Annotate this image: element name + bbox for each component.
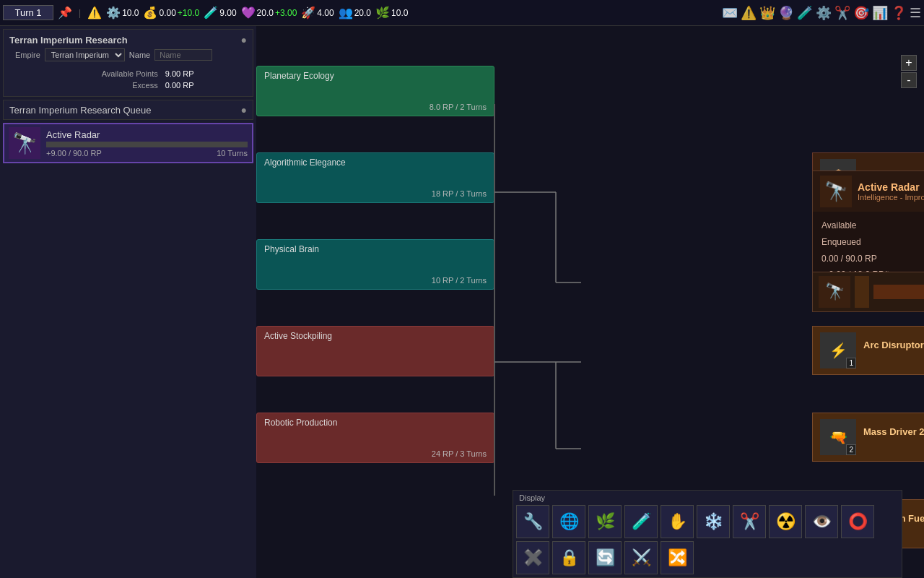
display-icon-lock[interactable]: 🔒 <box>552 541 585 574</box>
zoom-out-btn[interactable]: - <box>901 72 917 88</box>
display-icon-eye[interactable]: 👁️ <box>805 505 838 538</box>
display-icon-sword[interactable]: ⚔️ <box>624 541 658 574</box>
display-icon-refresh[interactable]: 🔄 <box>588 541 622 574</box>
food-icon: 🌿 <box>375 6 390 20</box>
card-name: Algorithmic Elegance <box>264 158 487 168</box>
tooltip-available: Available <box>821 217 924 234</box>
zoom-controls: + - <box>901 55 917 88</box>
display-icon-plant[interactable]: 🌿 <box>588 505 622 538</box>
card-rp: 8.0 RP / 2 Turns <box>430 103 487 111</box>
mass-driver-badge: 2 <box>846 444 856 455</box>
queue-item[interactable]: 🔭 Active Radar +9.00 / 90.0 RP 10 Turns <box>3 123 253 163</box>
tech-card-robotic-production[interactable]: Robotic Production 24 RP / 3 Turns <box>256 413 494 463</box>
queue-item-info: Active Radar +9.00 / 90.0 RP 10 Turns <box>46 129 248 158</box>
empire-row: Empire Terran Imperium Name <box>9 46 247 64</box>
tech-card-algorithmic-elegance[interactable]: Algorithmic Elegance 18 RP / 3 Turns <box>256 152 494 203</box>
arc-disruptors-badge: 1 <box>846 358 856 368</box>
active-radar-tooltip-icon: 🔭 <box>820 176 852 207</box>
arc-disruptors-icon: ⚡ 1 <box>820 332 856 368</box>
display-bar: Display 🔧 🌐 🌿 🧪 ✋ ❄️ ✂️ ☢️ 👁️ ⭕ ✖️ 🔒 🔄 ⚔… <box>513 490 902 578</box>
available-points-label: Available Points <box>11 69 161 79</box>
queue-close-btn[interactable]: ● <box>241 104 247 116</box>
empire-select[interactable]: Terran Imperium <box>45 48 125 61</box>
name-filter-input[interactable] <box>154 49 212 61</box>
influence-value: 20.0 <box>257 8 274 18</box>
research-title-text: Terran Imperium Research <box>9 35 128 46</box>
card-rp: 24 RP / 3 Turns <box>432 449 487 458</box>
help-icon[interactable]: ❓ <box>891 5 907 21</box>
active-radar-progress-bar: 90 RP / 5 Turns <box>873 285 924 299</box>
display-icon-scissors[interactable]: ✂️ <box>733 505 766 538</box>
tech-card-active-stockpiling[interactable]: Active Stockpiling <box>256 326 494 376</box>
mass-driver-name: Mass Driver 2 <box>863 426 924 437</box>
display-icon-flask[interactable]: 🧪 <box>624 505 658 538</box>
queue-title: Terran Imperium Research Queue <box>9 105 152 116</box>
display-icon-circle[interactable]: ⭕ <box>841 505 874 538</box>
influence-plus: +3.00 <box>275 8 297 18</box>
right-card-arc-disruptors[interactable]: ⚡ 1 Arc Disruptors 12 RP / 4 Turns <box>812 326 924 375</box>
excess-label: Excess <box>11 80 161 90</box>
card-rp: 10 RP / 2 Turns <box>432 276 487 285</box>
stat-population: 👥 20.0 <box>339 6 371 20</box>
display-icon-shuffle[interactable]: 🔀 <box>661 541 694 574</box>
research-close-btn[interactable]: ● <box>241 34 247 46</box>
right-card-mass-driver[interactable]: 🔫 2 Mass Driver 2 8.0 RP / 2 Turns <box>812 413 924 462</box>
research-info: Available Points 9.00 RP Excess 0.00 RP <box>9 67 247 92</box>
mass-driver-rp: 8.0 RP / 2 Turns <box>863 440 924 449</box>
card-name: Robotic Production <box>264 418 487 428</box>
display-icon-x[interactable]: ✖️ <box>516 541 549 574</box>
card-name: Physical Brain <box>264 244 487 254</box>
tech-card-planetary-ecology[interactable]: Planetary Ecology 8.0 RP / 2 Turns <box>256 66 494 116</box>
pin-icon[interactable]: 📌 <box>58 6 72 20</box>
mass-driver-icon: 🔫 2 <box>820 419 856 455</box>
tech-card-physical-brain[interactable]: Physical Brain 10 RP / 2 Turns <box>256 239 494 290</box>
display-icon-globe[interactable]: 🌐 <box>552 505 585 538</box>
queue-progress-text: +9.00 / 90.0 RP 10 Turns <box>46 149 248 158</box>
topbar: Turn 1 📌 | ⚠️ ⚙️ 10.0 💰 0.00 +10.0 🧪 9.0… <box>0 0 924 26</box>
display-icon-radiation[interactable]: ☢️ <box>769 505 802 538</box>
tree-area[interactable]: Planetary Ecology 8.0 RP / 2 Turns Algor… <box>256 26 924 578</box>
stat-food: 🌿 10.0 <box>375 6 408 20</box>
orb-icon[interactable]: 🔮 <box>778 5 794 21</box>
display-icons-row-2: ✖️ 🔒 🔄 ⚔️ 🔀 <box>516 541 899 574</box>
stat-alert: ⚠️ <box>87 6 102 20</box>
zoom-in-btn[interactable]: + <box>901 55 917 71</box>
display-icon-snowflake[interactable]: ❄️ <box>697 505 730 538</box>
display-icon-hand[interactable]: ✋ <box>661 505 694 538</box>
population-value: 20.0 <box>354 8 371 18</box>
queue-item-icon: 🔭 <box>9 127 40 159</box>
target-icon[interactable]: 🎯 <box>853 5 869 21</box>
crown-icon[interactable]: 👑 <box>759 5 775 21</box>
queue-turns: 10 Turns <box>217 149 248 158</box>
tooltip-enqueued: Enqueued <box>821 234 924 251</box>
excess-value: 0.00 RP <box>162 80 245 90</box>
display-icon-settings[interactable]: 🔧 <box>516 505 549 538</box>
menu-icon[interactable]: ☰ <box>910 5 921 21</box>
stat-science: 🧪 9.00 <box>204 6 236 20</box>
main-area: Terran Imperium Research ● Empire Terran… <box>0 26 924 578</box>
flask-icon[interactable]: 🧪 <box>797 5 813 21</box>
stat-influence: 💜 20.0 +3.00 <box>241 6 297 20</box>
chart-icon[interactable]: 📊 <box>872 5 888 21</box>
arc-disruptors-info: Arc Disruptors 12 RP / 4 Turns <box>863 340 924 362</box>
warning-icon[interactable]: ⚠️ <box>741 5 757 21</box>
stat-money: 💰 0.00 +10.0 <box>143 6 199 20</box>
fleet-icon: 🚀 <box>301 6 315 20</box>
food-value: 10.0 <box>391 8 408 18</box>
fleet-value: 4.00 <box>317 8 334 18</box>
display-title: Display <box>516 493 899 502</box>
arc-disruptors-name: Arc Disruptors <box>863 340 924 350</box>
active-radar-tooltip-header: Active Radar Intelligence - Improves Det… <box>858 181 924 202</box>
alert-icon: ⚠️ <box>87 6 102 20</box>
mass-driver-info: Mass Driver 2 8.0 RP / 2 Turns <box>863 426 924 449</box>
production-value: 10.0 <box>122 8 139 18</box>
turn-button[interactable]: Turn 1 <box>3 5 53 20</box>
card-name: Active Stockpiling <box>264 331 487 341</box>
influence-icon: 💜 <box>241 6 256 20</box>
queue-item-name: Active Radar <box>46 129 248 140</box>
tooltip-subtitle-text: Intelligence - Improves Detection <box>858 193 924 202</box>
scissors-icon[interactable]: ✂️ <box>834 5 850 21</box>
mail-icon[interactable]: ✉️ <box>722 5 738 21</box>
settings-icon[interactable]: ⚙️ <box>816 5 832 21</box>
tooltip-progress: 0.00 / 90.0 RP <box>821 251 924 267</box>
